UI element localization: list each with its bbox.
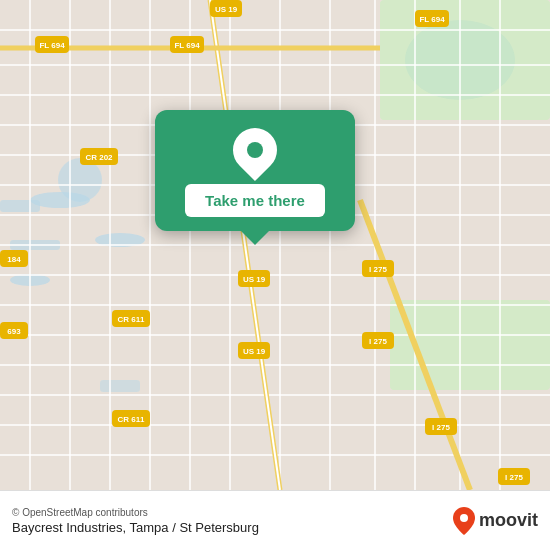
svg-text:I 275: I 275 [432,423,450,432]
location-pin-icon [224,119,286,181]
svg-text:FL 694: FL 694 [39,41,65,50]
svg-rect-8 [0,200,40,212]
svg-text:693: 693 [7,327,21,336]
svg-point-72 [460,514,468,522]
svg-text:CR 611: CR 611 [117,415,145,424]
svg-text:FL 694: FL 694 [174,41,200,50]
svg-text:US 19: US 19 [243,275,266,284]
svg-text:US 19: US 19 [243,347,266,356]
location-popup: Take me there [155,110,355,231]
svg-rect-10 [100,380,140,392]
svg-text:CR 611: CR 611 [117,315,145,324]
bottom-info-bar: © OpenStreetMap contributors Baycrest In… [0,490,550,550]
moovit-logo: moovit [453,507,538,535]
svg-text:I 275: I 275 [369,265,387,274]
svg-text:US 19: US 19 [215,5,238,14]
svg-text:I 275: I 275 [505,473,523,482]
svg-text:CR 202: CR 202 [85,153,113,162]
location-name: Baycrest Industries, Tampa / St Petersbu… [12,520,259,535]
osm-credit: © OpenStreetMap contributors [12,507,259,518]
take-me-there-button[interactable]: Take me there [185,184,325,217]
svg-text:FL 694: FL 694 [419,15,445,24]
svg-text:I 275: I 275 [369,337,387,346]
moovit-pin-icon [453,507,475,535]
map-view: US 19 FL 694 FL 694 FL 694 CR 202 184 US… [0,0,550,490]
moovit-brand-text: moovit [479,510,538,531]
bottom-left-info: © OpenStreetMap contributors Baycrest In… [12,507,259,535]
svg-text:184: 184 [7,255,21,264]
